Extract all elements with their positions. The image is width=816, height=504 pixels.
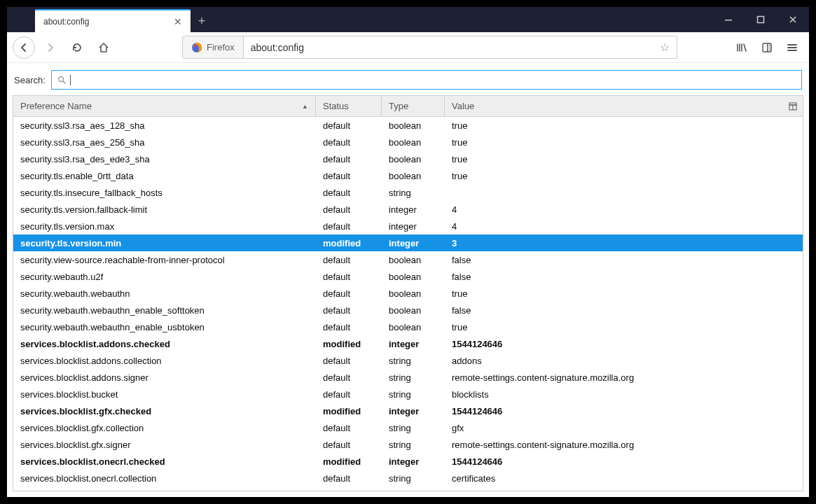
pref-type: string xyxy=(382,423,445,433)
pref-row[interactable]: security.tls.insecure_fallback_hostsdefa… xyxy=(13,184,803,201)
library-button[interactable] xyxy=(731,36,753,59)
new-tab-button[interactable]: + xyxy=(191,10,213,32)
pref-type: boolean xyxy=(382,322,445,332)
search-row: Search: xyxy=(7,63,809,95)
pref-status: default xyxy=(316,120,382,131)
column-picker-icon[interactable] xyxy=(783,102,803,111)
pref-row[interactable]: security.webauth.webauthn_enable_softtok… xyxy=(13,302,803,318)
pref-type: string xyxy=(382,372,445,383)
tab-label: about:config xyxy=(43,17,174,27)
pref-row[interactable]: services.blocklist.gfx.signerdefaultstri… xyxy=(13,436,803,453)
reload-button[interactable] xyxy=(66,36,88,59)
search-label: Search: xyxy=(14,75,46,85)
pref-name: services.blocklist.gfx.checked xyxy=(13,406,316,416)
pref-name: security.webauth.u2f xyxy=(13,272,316,282)
search-icon xyxy=(57,76,66,84)
pref-value: 4 xyxy=(445,204,803,215)
pref-name: services.blocklist.gfx.collection xyxy=(13,423,316,433)
pref-row[interactable]: security.view-source.reachable-from-inne… xyxy=(13,251,803,268)
identity-box[interactable]: Firefox xyxy=(182,36,244,59)
pref-row[interactable]: security.tls.version.maxdefaultinteger4 xyxy=(13,218,803,234)
pref-value: addons xyxy=(445,356,803,366)
pref-row[interactable]: services.blocklist.onecrl.collectiondefa… xyxy=(13,470,803,486)
pref-row[interactable]: security.ssl3.rsa_aes_256_shadefaultbool… xyxy=(13,134,803,150)
url-text: about:config xyxy=(251,42,660,53)
forward-button[interactable] xyxy=(39,36,62,59)
bookmark-star-icon[interactable]: ☆ xyxy=(660,41,670,54)
pref-status: default xyxy=(316,204,382,215)
browser-window: about:config ✕ + Firefox ab xyxy=(7,7,809,497)
pref-type: string xyxy=(382,490,445,491)
pref-row[interactable]: security.ssl3.rsa_des_ede3_shadefaultboo… xyxy=(13,150,803,167)
pref-row[interactable]: services.blocklist.onecrl.signerdefaults… xyxy=(13,486,803,491)
home-button[interactable] xyxy=(92,36,115,59)
pref-row[interactable]: services.blocklist.addons.checkedmodifie… xyxy=(13,335,803,352)
pref-value: 4 xyxy=(445,221,803,232)
pref-type: integer xyxy=(382,456,445,467)
pref-row[interactable]: services.blocklist.gfx.collectiondefault… xyxy=(13,419,803,436)
pref-row[interactable]: security.tls.version.minmodifiedinteger3 xyxy=(13,234,803,251)
pref-status: default xyxy=(316,440,382,450)
sort-asc-icon: ▲ xyxy=(302,103,308,110)
firefox-icon xyxy=(191,42,202,53)
text-caret xyxy=(70,75,71,85)
pref-name: security.webauth.webauthn_enable_usbtoke… xyxy=(13,322,316,332)
tab-about-config[interactable]: about:config ✕ xyxy=(35,9,191,32)
pref-row[interactable]: security.webauth.webauthn_enable_usbtoke… xyxy=(13,318,803,335)
pref-type: string xyxy=(382,473,445,484)
pref-type: string xyxy=(382,440,445,450)
pref-row[interactable]: security.tls.version.fallback-limitdefau… xyxy=(13,201,803,218)
pref-status: default xyxy=(316,288,382,299)
pref-value: onecrl.content-signature.mozilla.org xyxy=(445,490,803,491)
toolbar-right xyxy=(731,36,803,59)
column-name[interactable]: Preference Name ▲ xyxy=(13,96,316,116)
pref-row[interactable]: services.blocklist.bucketdefaultstringbl… xyxy=(13,386,803,402)
pref-status: default xyxy=(316,171,382,181)
pref-value: 1544124646 xyxy=(445,339,803,349)
pref-name: security.ssl3.rsa_des_ede3_sha xyxy=(13,154,316,164)
pref-type: string xyxy=(382,188,445,198)
window-controls xyxy=(712,7,809,32)
pref-status: modified xyxy=(316,339,382,349)
pref-status: modified xyxy=(316,406,382,416)
pref-name: security.webauth.webauthn xyxy=(13,288,316,299)
pref-row[interactable]: services.blocklist.addons.collectiondefa… xyxy=(13,352,803,369)
table-body[interactable]: security.ssl3.rsa_aes_128_shadefaultbool… xyxy=(13,117,803,491)
column-type[interactable]: Type xyxy=(382,96,445,116)
pref-status: default xyxy=(316,188,382,198)
close-icon[interactable]: ✕ xyxy=(174,16,182,27)
search-input[interactable] xyxy=(51,70,802,90)
pref-value: true xyxy=(445,154,803,164)
pref-value: true xyxy=(445,171,803,181)
svg-line-7 xyxy=(63,81,65,83)
column-status[interactable]: Status xyxy=(316,96,382,116)
column-value[interactable]: Value xyxy=(445,96,783,116)
pref-status: default xyxy=(316,473,382,484)
pref-status: default xyxy=(316,356,382,366)
pref-name: security.tls.enable_0rtt_data xyxy=(13,171,316,181)
back-button[interactable] xyxy=(13,36,35,59)
pref-row[interactable]: security.webauth.u2fdefaultbooleanfalse xyxy=(13,268,803,285)
close-window-button[interactable] xyxy=(777,7,809,32)
maximize-button[interactable] xyxy=(745,7,777,32)
pref-status: default xyxy=(316,423,382,433)
pref-row[interactable]: security.webauth.webauthndefaultbooleant… xyxy=(13,285,803,302)
pref-name: services.blocklist.onecrl.collection xyxy=(13,473,316,484)
pref-status: default xyxy=(316,490,382,491)
minimize-button[interactable] xyxy=(712,7,745,32)
sidebar-button[interactable] xyxy=(756,36,778,59)
pref-row[interactable]: services.blocklist.addons.signerdefaults… xyxy=(13,369,803,386)
pref-value: true xyxy=(445,120,803,131)
pref-status: default xyxy=(316,372,382,383)
pref-row[interactable]: services.blocklist.gfx.checkedmodifiedin… xyxy=(13,402,803,419)
pref-row[interactable]: security.ssl3.rsa_aes_128_shadefaultbool… xyxy=(13,117,803,134)
pref-type: boolean xyxy=(382,120,445,131)
pref-type: boolean xyxy=(382,154,445,164)
app-menu-button[interactable] xyxy=(781,36,803,59)
pref-row[interactable]: security.tls.enable_0rtt_datadefaultbool… xyxy=(13,167,803,184)
table-header: Preference Name ▲ Status Type Value xyxy=(13,96,803,117)
pref-row[interactable]: services.blocklist.onecrl.checkedmodifie… xyxy=(13,453,803,470)
pref-type: boolean xyxy=(382,255,445,265)
url-input[interactable]: about:config ☆ xyxy=(244,36,677,59)
pref-type: integer xyxy=(382,238,445,248)
